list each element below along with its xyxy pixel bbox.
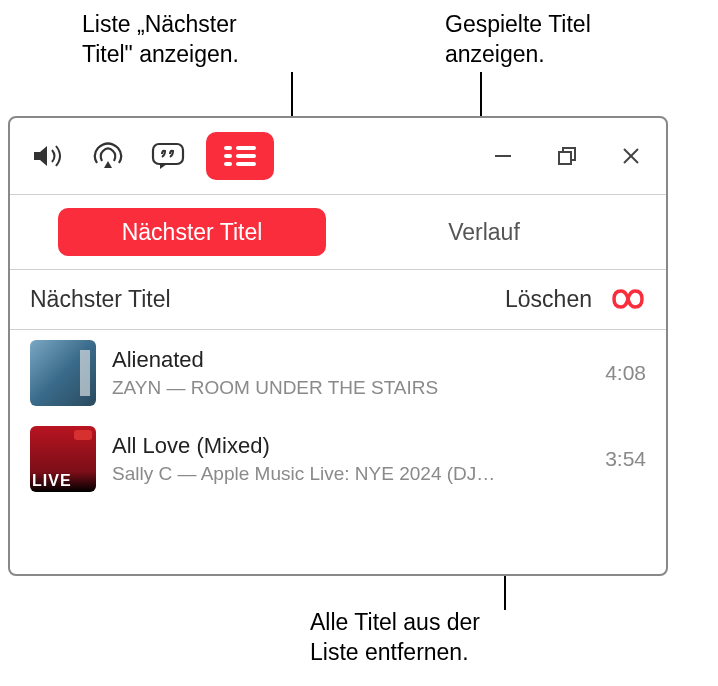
svg-rect-0 bbox=[153, 144, 183, 164]
section-title: Nächster Titel bbox=[30, 286, 171, 313]
album-artwork bbox=[30, 340, 96, 406]
track-list: Alienated ZAYN — ROOM UNDER THE STAIRS 4… bbox=[10, 330, 666, 502]
maximize-button[interactable] bbox=[556, 145, 578, 167]
track-artist-album: Sally C — Apple Music Live: NYE 2024 (DJ… bbox=[112, 463, 589, 485]
close-button[interactable] bbox=[620, 145, 642, 167]
callout-queue: Liste „Nächster Titel" anzeigen. bbox=[82, 10, 282, 70]
up-next-panel: Nächster Titel Verlauf Nächster Titel Lö… bbox=[8, 116, 668, 576]
track-duration: 4:08 bbox=[605, 361, 646, 385]
callout-clear: Alle Titel aus der Liste entfernen. bbox=[310, 608, 530, 668]
track-title: All Love (Mixed) bbox=[112, 433, 589, 459]
artwork-label: LIVE bbox=[30, 470, 74, 492]
lyrics-icon[interactable] bbox=[146, 134, 190, 178]
svg-rect-6 bbox=[236, 162, 256, 166]
svg-rect-3 bbox=[224, 154, 232, 158]
svg-rect-4 bbox=[236, 154, 256, 158]
album-artwork: LIVE bbox=[30, 426, 96, 492]
queue-button[interactable] bbox=[206, 132, 274, 180]
track-info: Alienated ZAYN — ROOM UNDER THE STAIRS bbox=[112, 347, 589, 399]
track-info: All Love (Mixed) Sally C — Apple Music L… bbox=[112, 433, 589, 485]
svg-rect-2 bbox=[236, 146, 256, 150]
track-title: Alienated bbox=[112, 347, 589, 373]
airplay-icon[interactable] bbox=[86, 134, 130, 178]
svg-rect-5 bbox=[224, 162, 232, 166]
svg-rect-1 bbox=[224, 146, 232, 150]
track-artist-album: ZAYN — ROOM UNDER THE STAIRS bbox=[112, 377, 589, 399]
autoplay-infinity-icon[interactable] bbox=[610, 281, 646, 318]
queue-tabs: Nächster Titel Verlauf bbox=[10, 194, 666, 270]
svg-rect-9 bbox=[559, 152, 571, 164]
callout-history: Gespielte Titel anzeigen. bbox=[445, 10, 675, 70]
track-row[interactable]: Alienated ZAYN — ROOM UNDER THE STAIRS 4… bbox=[10, 330, 666, 416]
minimize-button[interactable] bbox=[492, 145, 514, 167]
section-header: Nächster Titel Löschen bbox=[10, 270, 666, 330]
volume-icon[interactable] bbox=[26, 134, 70, 178]
track-row[interactable]: LIVE All Love (Mixed) Sally C — Apple Mu… bbox=[10, 416, 666, 502]
track-duration: 3:54 bbox=[605, 447, 646, 471]
tab-history[interactable]: Verlauf bbox=[350, 208, 618, 256]
clear-button[interactable]: Löschen bbox=[505, 286, 592, 313]
callout-line bbox=[291, 72, 293, 120]
tab-up-next[interactable]: Nächster Titel bbox=[58, 208, 326, 256]
player-toolbar bbox=[10, 118, 666, 194]
window-controls bbox=[492, 145, 642, 167]
